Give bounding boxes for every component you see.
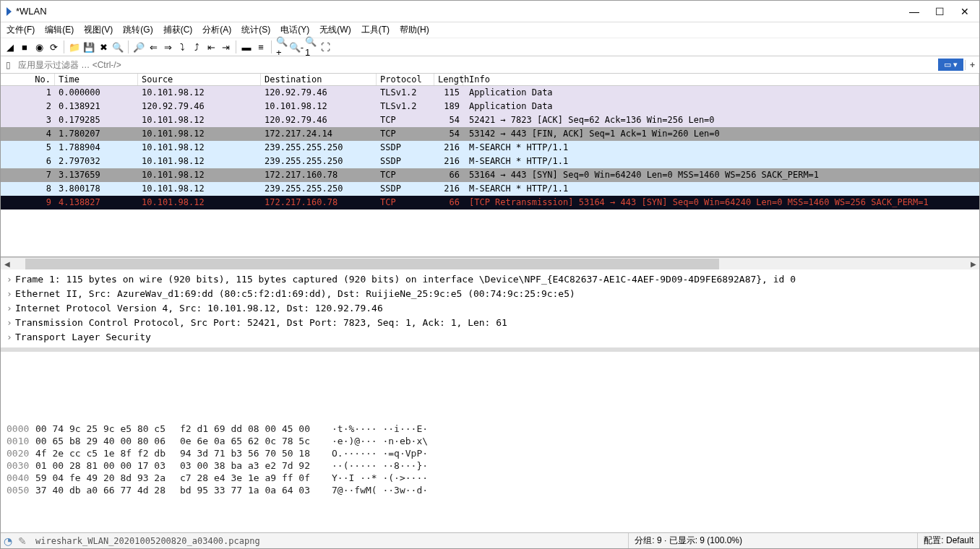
toolbar-button-12[interactable]: ⇒ — [161, 40, 174, 53]
column-protocol[interactable]: Protocol — [377, 74, 434, 85]
menu-item-7[interactable]: 电话(Y) — [280, 24, 309, 36]
status-profile[interactable]: 配置: Default — [918, 533, 979, 548]
packet-row[interactable]: 73.13765910.101.98.12172.217.160.78TCP66… — [1, 168, 979, 182]
detail-tree-item[interactable]: ›Internet Protocol Version 4, Src: 10.10… — [7, 301, 973, 316]
toolbar-button-18[interactable]: ▬ — [240, 40, 253, 53]
menu-item-8[interactable]: 无线(W) — [319, 24, 351, 36]
toolbar-separator — [271, 40, 272, 53]
packet-row[interactable]: 62.79703210.101.98.12239.255.255.250SSDP… — [1, 155, 979, 168]
packet-row[interactable]: 20.138921120.92.79.4610.101.98.12TLSv1.2… — [1, 100, 979, 113]
menu-item-5[interactable]: 分析(A) — [202, 24, 231, 36]
bytes-row[interactable]: 001000 65 b8 29 40 00 80 060e 6e 0a 65 6… — [7, 435, 973, 447]
toolbar-button-24[interactable]: ⛶ — [319, 40, 332, 53]
packet-list-hscroll[interactable]: ◀▶ — [1, 257, 979, 269]
detail-tree-item[interactable]: ›Ethernet II, Src: AzureWav_d1:69:dd (80… — [7, 287, 973, 301]
filter-add-button[interactable]: + — [965, 60, 979, 70]
menu-item-2[interactable]: 视图(V) — [84, 24, 113, 36]
toolbar-separator — [236, 40, 236, 53]
filter-apply-button[interactable]: ▭ ▾ — [938, 59, 963, 71]
toolbar-button-0[interactable]: ◢ — [4, 40, 17, 53]
column-time[interactable]: Time — [55, 74, 138, 85]
packet-row[interactable]: 41.78020710.101.98.12172.217.24.14TCP545… — [1, 127, 979, 141]
toolbar-button-7[interactable]: ✖ — [97, 40, 110, 53]
toolbar-separator — [64, 40, 64, 53]
status-bar: ◔ ✎ wireshark_WLAN_20201005200820_a03400… — [1, 532, 979, 548]
toolbar-button-21[interactable]: 🔍+ — [275, 40, 288, 53]
packet-row[interactable]: 94.13882710.101.98.12172.217.160.78TCP66… — [1, 196, 979, 209]
toolbar-button-1[interactable]: ■ — [18, 40, 31, 53]
menu-item-0[interactable]: 文件(F) — [7, 24, 35, 36]
packet-row[interactable]: 51.78890410.101.98.12239.255.255.250SSDP… — [1, 141, 979, 155]
menu-item-1[interactable]: 编辑(E) — [45, 24, 74, 36]
toolbar-button-8[interactable]: 🔍 — [111, 40, 124, 53]
toolbar-button-14[interactable]: ⤴ — [190, 40, 203, 53]
bytes-row[interactable]: 005037 40 db a0 66 77 4d 28bd 95 33 77 1… — [7, 484, 973, 496]
app-icon — [7, 7, 12, 16]
capture-file-icon[interactable]: ✎ — [15, 535, 30, 547]
main-toolbar: ◢■◉⟳📁💾✖🔍🔎⇐⇒⤵⤴⇤⇥▬≡🔍+🔍-🔍1⛶ — [1, 38, 979, 56]
bytes-row[interactable]: 000000 74 9c 25 9c e5 80 c5f2 d1 69 dd 0… — [7, 423, 973, 435]
column-source[interactable]: Source — [138, 74, 261, 85]
packet-list-header[interactable]: No. Time Source Destination Protocol Len… — [1, 74, 979, 86]
toolbar-button-5[interactable]: 📁 — [68, 40, 81, 53]
packet-row[interactable]: 10.00000010.101.98.12120.92.79.46TLSv1.2… — [1, 86, 979, 100]
toolbar-button-19[interactable]: ≡ — [254, 40, 267, 53]
packet-details-pane[interactable]: ›Frame 1: 115 bytes on wire (920 bits), … — [1, 269, 979, 352]
display-filter-input[interactable] — [15, 58, 938, 72]
detail-tree-item[interactable]: ›Transmission Control Protocol, Src Port… — [7, 316, 973, 330]
toolbar-button-16[interactable]: ⇥ — [219, 40, 232, 53]
menu-item-6[interactable]: 统计(S) — [241, 24, 270, 36]
menu-item-4[interactable]: 捕获(C) — [163, 24, 193, 36]
toolbar-separator — [128, 40, 129, 53]
window-title: *WLAN — [16, 6, 909, 17]
toolbar-button-15[interactable]: ⇤ — [205, 40, 218, 53]
bytes-row[interactable]: 00204f 2e cc c5 1e 8f f2 db94 3d 71 b3 5… — [7, 447, 973, 459]
column-no[interactable]: No. — [1, 74, 55, 85]
bytes-row[interactable]: 004059 04 fe 49 20 8d 93 2ac7 28 e4 3e 1… — [7, 472, 973, 484]
bytes-row[interactable]: 003001 00 28 81 00 00 17 0303 00 38 ba a… — [7, 459, 973, 472]
status-packets: 分组: 9 · 已显示: 9 (100.0%) — [629, 533, 918, 548]
packet-bytes-pane[interactable]: 000000 74 9c 25 9c e5 80 c5f2 d1 69 dd 0… — [1, 420, 979, 532]
column-length[interactable]: Length — [434, 74, 463, 85]
toolbar-button-2[interactable]: ◉ — [33, 40, 46, 53]
expert-info-icon[interactable]: ◔ — [1, 535, 15, 547]
toolbar-button-22[interactable]: 🔍- — [290, 40, 303, 53]
toolbar-button-13[interactable]: ⤵ — [176, 40, 189, 53]
detail-tree-item[interactable]: ›Transport Layer Security — [7, 330, 973, 345]
packet-row[interactable]: 83.80017810.101.98.12239.255.255.250SSDP… — [1, 182, 979, 196]
menu-item-3[interactable]: 跳转(G) — [123, 24, 152, 36]
toolbar-button-6[interactable]: 💾 — [82, 40, 95, 53]
menu-bar: 文件(F)编辑(E)视图(V)跳转(G)捕获(C)分析(A)统计(S)电话(Y)… — [1, 22, 979, 38]
toolbar-button-10[interactable]: 🔎 — [132, 40, 145, 53]
toolbar-button-3[interactable]: ⟳ — [47, 40, 60, 53]
detail-tree-item[interactable]: ›Frame 1: 115 bytes on wire (920 bits), … — [7, 272, 973, 287]
maximize-button[interactable]: ☐ — [935, 6, 945, 17]
toolbar-button-11[interactable]: ⇐ — [147, 40, 160, 53]
title-bar: *WLAN — ☐ ✕ — [1, 1, 979, 22]
menu-item-9[interactable]: 工具(T) — [361, 24, 390, 36]
column-info[interactable]: Info — [463, 74, 979, 85]
column-destination[interactable]: Destination — [261, 74, 377, 85]
filter-bookmark-icon[interactable]: ▯ — [1, 60, 15, 70]
toolbar-button-23[interactable]: 🔍1 — [304, 40, 317, 53]
display-filter-bar: ▯ ▭ ▾ + — [1, 56, 979, 74]
packet-list-pane: No. Time Source Destination Protocol Len… — [1, 74, 979, 257]
status-file: wireshark_WLAN_20201005200820_a03400.pca… — [30, 533, 629, 548]
menu-item-10[interactable]: 帮助(H) — [400, 24, 429, 36]
packet-row[interactable]: 30.17928510.101.98.12120.92.79.46TCP5452… — [1, 113, 979, 127]
close-button[interactable]: ✕ — [960, 6, 969, 17]
minimize-button[interactable]: — — [909, 6, 919, 17]
